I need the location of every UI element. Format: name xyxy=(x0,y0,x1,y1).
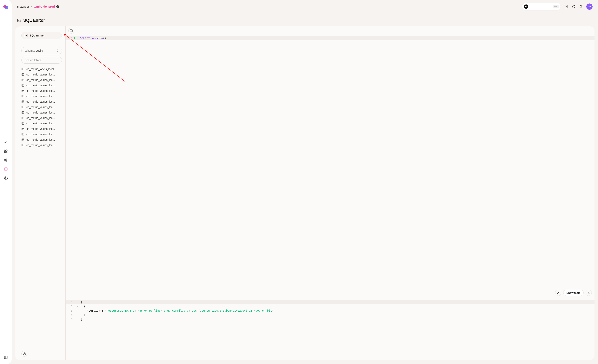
svg-rect-29 xyxy=(22,139,24,141)
svg-rect-4 xyxy=(4,152,6,153)
table-row[interactable]: cp_metric_values_loc... xyxy=(21,133,62,136)
table-row[interactable]: cp_metric_values_loc... xyxy=(21,122,62,125)
results-pane[interactable]: 1 ▾ [ 2 ▾ { 3 "version": "PostgreSQL 15.… xyxy=(66,300,595,360)
table-row[interactable]: cp_metric_values_loc... xyxy=(21,105,62,109)
table-name: cp_metric_values_loc... xyxy=(26,95,55,98)
stacks-icon[interactable] xyxy=(4,158,8,162)
table-row[interactable]: cp_metric_values_loc... xyxy=(21,127,62,130)
magic-format-button[interactable] xyxy=(555,290,561,296)
table-row[interactable]: cp_metric_values_loc... xyxy=(21,78,62,81)
table-row[interactable]: cp_metric_values_loc... xyxy=(21,73,62,76)
table-icon xyxy=(21,84,25,87)
docs-icon[interactable] xyxy=(564,5,568,8)
svg-rect-16 xyxy=(22,68,24,70)
sidebar-settings-button[interactable] xyxy=(21,351,27,357)
sql-runner-button[interactable]: ✱ SQL runner xyxy=(21,32,62,39)
download-button[interactable] xyxy=(586,290,592,296)
results-toolbar: Show table xyxy=(66,288,595,297)
result-line: 4 } xyxy=(66,313,595,317)
breadcrumb: Instances › tembo-dw-prod xyxy=(17,5,59,8)
query-editor[interactable]: 1 SELECT version(); xyxy=(66,35,595,40)
instance-status-icon[interactable] xyxy=(56,5,59,8)
query-line[interactable]: 1 SELECT version(); xyxy=(66,36,595,40)
breadcrumb-current[interactable]: tembo-dw-prod xyxy=(33,5,55,8)
table-name: cp_metric_values_loc... xyxy=(26,89,55,92)
table-icon xyxy=(21,138,25,141)
table-icon xyxy=(21,67,25,71)
token-punc: (); xyxy=(103,37,108,40)
collapse-rail-icon[interactable] xyxy=(4,356,8,359)
show-table-label: Show table xyxy=(566,291,580,294)
table-row[interactable]: cp_metric_values_loc... xyxy=(21,100,62,103)
svg-point-7 xyxy=(6,159,7,160)
table-name: cp_metric_values_loc... xyxy=(26,100,55,103)
sql-editor-nav-icon[interactable] xyxy=(4,167,8,171)
table-name: cp_metric_values_loc... xyxy=(26,144,55,147)
schema-select[interactable]: schema: public xyxy=(21,47,62,54)
table-row[interactable]: cp_metric_values_loc... xyxy=(21,84,62,87)
global-search[interactable]: ⌘K xyxy=(522,3,561,10)
breadcrumb-root[interactable]: Instances xyxy=(17,5,30,8)
svg-rect-2 xyxy=(4,150,6,151)
table-row[interactable]: cp_metric_values_loc... xyxy=(21,116,62,120)
table-icon xyxy=(21,95,25,98)
svg-rect-9 xyxy=(6,161,7,162)
table-icon xyxy=(21,73,25,76)
svg-point-34 xyxy=(329,298,329,299)
table-row[interactable]: cp_metric_values_loc... xyxy=(21,95,62,98)
editor-panel: ✱ SQL runner schema: public cp_metric_la… xyxy=(15,26,595,360)
table-row[interactable]: cp_metric_values_loc... xyxy=(21,144,62,147)
table-icon xyxy=(21,116,25,120)
result-line: 1 ▾ [ xyxy=(66,300,595,304)
sql-editor-icon xyxy=(17,18,21,23)
search-icon xyxy=(524,4,528,9)
svg-rect-33 xyxy=(70,30,72,32)
settings-nav-icon[interactable] xyxy=(4,176,8,180)
table-icon xyxy=(21,122,25,125)
bell-icon[interactable] xyxy=(579,5,583,8)
svg-rect-17 xyxy=(22,73,24,76)
svg-point-38 xyxy=(330,299,330,299)
table-name: cp_metric_values_loc... xyxy=(26,111,55,114)
svg-rect-23 xyxy=(22,106,24,108)
svg-rect-12 xyxy=(4,356,7,359)
resize-handle[interactable] xyxy=(66,297,595,300)
table-icon xyxy=(21,105,25,109)
avatar[interactable]: DB xyxy=(586,3,593,10)
svg-rect-18 xyxy=(22,79,24,81)
table-icon xyxy=(21,127,25,130)
svg-rect-25 xyxy=(22,117,24,119)
page-title: SQL Editor xyxy=(23,18,45,23)
sql-runner-label: SQL runner xyxy=(30,34,45,37)
svg-rect-22 xyxy=(22,101,24,103)
table-icon xyxy=(21,144,25,147)
svg-point-31 xyxy=(24,353,25,354)
result-line: 3 "version": "PostgreSQL 15.3 on x86_64-… xyxy=(66,308,595,313)
table-row[interactable]: cp_metric_values_loc... xyxy=(21,138,62,141)
search-tables-input[interactable] xyxy=(21,57,62,64)
svg-rect-19 xyxy=(22,84,24,87)
toggle-sidebar-button[interactable] xyxy=(68,28,74,33)
table-name: cp_metric_values_loc... xyxy=(26,133,55,136)
table-name: cp_metric_values_loc... xyxy=(26,105,55,109)
fold-icon[interactable]: ▾ xyxy=(76,305,79,308)
chat-icon[interactable] xyxy=(572,5,575,8)
editor-area: 1 SELECT version(); xyxy=(66,26,595,360)
svg-rect-5 xyxy=(6,152,7,153)
table-icon xyxy=(21,111,25,114)
left-rail xyxy=(0,0,12,364)
table-row[interactable]: cp_metric_values_loc... xyxy=(21,111,62,114)
fold-icon[interactable]: ▾ xyxy=(76,300,79,304)
apps-icon[interactable] xyxy=(4,149,8,153)
show-table-button[interactable]: Show table xyxy=(563,290,584,296)
table-row[interactable]: cp_metric_values_loc... xyxy=(21,89,62,92)
sidebar: ✱ SQL runner schema: public cp_metric_la… xyxy=(15,26,66,360)
table-icon xyxy=(21,89,25,92)
table-icon xyxy=(21,133,25,136)
token-function: version xyxy=(91,37,103,40)
metrics-icon[interactable] xyxy=(4,140,8,144)
svg-rect-3 xyxy=(6,150,7,151)
run-icon[interactable] xyxy=(74,37,76,40)
table-row[interactable]: cp_metric_labels_local xyxy=(21,67,62,71)
search-shortcut: ⌘K xyxy=(553,5,559,8)
